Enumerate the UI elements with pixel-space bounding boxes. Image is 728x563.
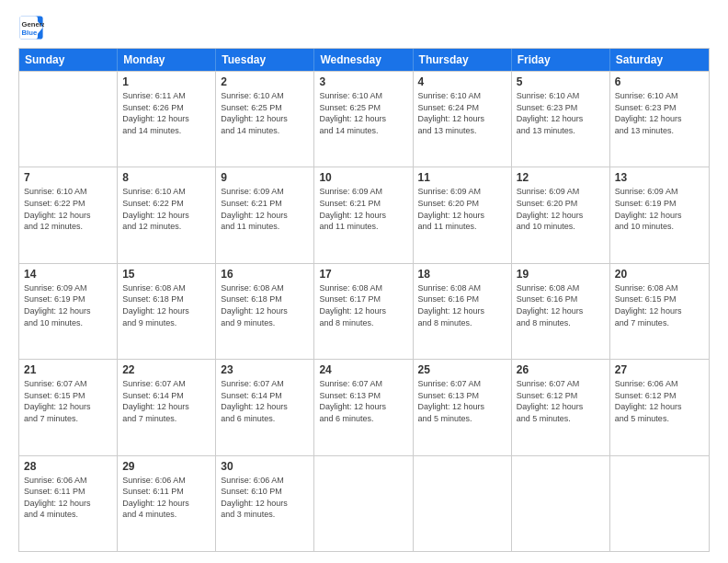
day-number: 5 [517, 75, 605, 88]
calendar-cell-day-14: 14Sunrise: 6:09 AM Sunset: 6:19 PM Dayli… [19, 264, 118, 359]
day-info: Sunrise: 6:09 AM Sunset: 6:21 PM Dayligh… [221, 186, 309, 232]
calendar-cell-day-5: 5Sunrise: 6:10 AM Sunset: 6:23 PM Daylig… [512, 72, 610, 167]
header-day-thursday: Thursday [414, 49, 512, 71]
header: General Blue [18, 15, 710, 40]
day-number: 22 [122, 363, 210, 376]
day-info: Sunrise: 6:07 AM Sunset: 6:14 PM Dayligh… [122, 378, 210, 424]
day-info: Sunrise: 6:09 AM Sunset: 6:20 PM Dayligh… [418, 186, 506, 232]
calendar-cell-empty [414, 456, 512, 551]
calendar-body: 1Sunrise: 6:11 AM Sunset: 6:26 PM Daylig… [19, 71, 709, 551]
day-number: 17 [319, 268, 407, 281]
page: General Blue SundayMondayTuesdayWednesda… [0, 0, 728, 563]
calendar-cell-empty [512, 456, 610, 551]
day-info: Sunrise: 6:06 AM Sunset: 6:11 PM Dayligh… [24, 475, 112, 521]
calendar-cell-day-12: 12Sunrise: 6:09 AM Sunset: 6:20 PM Dayli… [512, 167, 610, 262]
day-info: Sunrise: 6:06 AM Sunset: 6:10 PM Dayligh… [221, 475, 309, 521]
day-number: 29 [122, 460, 210, 473]
day-number: 14 [24, 268, 112, 281]
day-info: Sunrise: 6:10 AM Sunset: 6:23 PM Dayligh… [615, 90, 704, 136]
day-number: 26 [517, 363, 605, 376]
day-info: Sunrise: 6:07 AM Sunset: 6:15 PM Dayligh… [24, 378, 112, 424]
calendar-cell-day-17: 17Sunrise: 6:08 AM Sunset: 6:17 PM Dayli… [314, 264, 413, 359]
day-info: Sunrise: 6:08 AM Sunset: 6:16 PM Dayligh… [418, 282, 506, 328]
day-number: 25 [418, 363, 506, 376]
day-info: Sunrise: 6:08 AM Sunset: 6:17 PM Dayligh… [319, 282, 407, 328]
day-info: Sunrise: 6:07 AM Sunset: 6:13 PM Dayligh… [319, 378, 407, 424]
calendar-cell-day-6: 6Sunrise: 6:10 AM Sunset: 6:23 PM Daylig… [610, 72, 709, 167]
day-number: 10 [319, 171, 407, 184]
calendar-cell-day-21: 21Sunrise: 6:07 AM Sunset: 6:15 PM Dayli… [19, 360, 118, 454]
calendar-cell-day-29: 29Sunrise: 6:06 AM Sunset: 6:11 PM Dayli… [118, 456, 216, 551]
header-day-sunday: Sunday [19, 49, 118, 71]
day-info: Sunrise: 6:10 AM Sunset: 6:24 PM Dayligh… [418, 90, 506, 136]
day-number: 12 [517, 171, 605, 184]
day-info: Sunrise: 6:08 AM Sunset: 6:16 PM Dayligh… [517, 282, 605, 328]
calendar-cell-day-16: 16Sunrise: 6:08 AM Sunset: 6:18 PM Dayli… [216, 264, 314, 359]
day-number: 21 [24, 363, 112, 376]
day-number: 23 [221, 363, 309, 376]
svg-text:General: General [22, 20, 45, 29]
svg-text:Blue: Blue [22, 29, 38, 37]
calendar-cell-day-22: 22Sunrise: 6:07 AM Sunset: 6:14 PM Dayli… [118, 360, 216, 454]
day-number: 19 [517, 268, 605, 281]
calendar-row-2: 14Sunrise: 6:09 AM Sunset: 6:19 PM Dayli… [19, 263, 709, 359]
calendar-cell-empty [314, 456, 413, 551]
day-number: 6 [615, 75, 704, 88]
header-day-tuesday: Tuesday [216, 49, 314, 71]
day-number: 27 [615, 363, 704, 376]
calendar-cell-day-3: 3Sunrise: 6:10 AM Sunset: 6:25 PM Daylig… [314, 72, 413, 167]
calendar-row-4: 28Sunrise: 6:06 AM Sunset: 6:11 PM Dayli… [19, 455, 709, 551]
day-number: 1 [122, 75, 210, 88]
day-info: Sunrise: 6:06 AM Sunset: 6:12 PM Dayligh… [615, 378, 704, 424]
calendar-header: SundayMondayTuesdayWednesdayThursdayFrid… [19, 49, 709, 71]
day-number: 15 [122, 268, 210, 281]
calendar-cell-day-8: 8Sunrise: 6:10 AM Sunset: 6:22 PM Daylig… [118, 167, 216, 262]
header-day-friday: Friday [512, 49, 610, 71]
day-info: Sunrise: 6:08 AM Sunset: 6:18 PM Dayligh… [221, 282, 309, 328]
day-number: 2 [221, 75, 309, 88]
day-number: 24 [319, 363, 407, 376]
day-info: Sunrise: 6:09 AM Sunset: 6:19 PM Dayligh… [615, 186, 704, 232]
calendar-cell-empty [19, 72, 118, 167]
calendar-cell-day-15: 15Sunrise: 6:08 AM Sunset: 6:18 PM Dayli… [118, 264, 216, 359]
day-info: Sunrise: 6:08 AM Sunset: 6:18 PM Dayligh… [122, 282, 210, 328]
calendar-cell-day-20: 20Sunrise: 6:08 AM Sunset: 6:15 PM Dayli… [610, 264, 709, 359]
calendar-cell-day-27: 27Sunrise: 6:06 AM Sunset: 6:12 PM Dayli… [610, 360, 709, 454]
day-info: Sunrise: 6:10 AM Sunset: 6:25 PM Dayligh… [319, 90, 407, 136]
calendar-cell-day-9: 9Sunrise: 6:09 AM Sunset: 6:21 PM Daylig… [216, 167, 314, 262]
day-info: Sunrise: 6:10 AM Sunset: 6:25 PM Dayligh… [221, 90, 309, 136]
calendar-cell-day-19: 19Sunrise: 6:08 AM Sunset: 6:16 PM Dayli… [512, 264, 610, 359]
logo: General Blue [18, 15, 44, 40]
calendar-cell-day-28: 28Sunrise: 6:06 AM Sunset: 6:11 PM Dayli… [19, 456, 118, 551]
day-number: 13 [615, 171, 704, 184]
calendar-cell-day-30: 30Sunrise: 6:06 AM Sunset: 6:10 PM Dayli… [216, 456, 314, 551]
day-number: 9 [221, 171, 309, 184]
calendar-cell-day-26: 26Sunrise: 6:07 AM Sunset: 6:12 PM Dayli… [512, 360, 610, 454]
day-info: Sunrise: 6:06 AM Sunset: 6:11 PM Dayligh… [122, 475, 210, 521]
day-info: Sunrise: 6:07 AM Sunset: 6:12 PM Dayligh… [517, 378, 605, 424]
day-number: 20 [615, 268, 704, 281]
calendar-cell-empty [610, 456, 709, 551]
day-number: 16 [221, 268, 309, 281]
day-info: Sunrise: 6:10 AM Sunset: 6:23 PM Dayligh… [517, 90, 605, 136]
day-info: Sunrise: 6:09 AM Sunset: 6:21 PM Dayligh… [319, 186, 407, 232]
calendar-cell-day-7: 7Sunrise: 6:10 AM Sunset: 6:22 PM Daylig… [19, 167, 118, 262]
calendar-cell-day-2: 2Sunrise: 6:10 AM Sunset: 6:25 PM Daylig… [216, 72, 314, 167]
calendar-cell-day-23: 23Sunrise: 6:07 AM Sunset: 6:14 PM Dayli… [216, 360, 314, 454]
day-info: Sunrise: 6:08 AM Sunset: 6:15 PM Dayligh… [615, 282, 704, 328]
calendar-cell-day-1: 1Sunrise: 6:11 AM Sunset: 6:26 PM Daylig… [118, 72, 216, 167]
day-number: 3 [319, 75, 407, 88]
day-number: 28 [24, 460, 112, 473]
day-info: Sunrise: 6:11 AM Sunset: 6:26 PM Dayligh… [122, 90, 210, 136]
calendar-cell-day-13: 13Sunrise: 6:09 AM Sunset: 6:19 PM Dayli… [610, 167, 709, 262]
calendar: SundayMondayTuesdayWednesdayThursdayFrid… [18, 48, 710, 552]
calendar-cell-day-18: 18Sunrise: 6:08 AM Sunset: 6:16 PM Dayli… [414, 264, 512, 359]
calendar-cell-day-10: 10Sunrise: 6:09 AM Sunset: 6:21 PM Dayli… [314, 167, 413, 262]
header-day-saturday: Saturday [610, 49, 709, 71]
day-info: Sunrise: 6:07 AM Sunset: 6:13 PM Dayligh… [418, 378, 506, 424]
day-number: 8 [122, 171, 210, 184]
calendar-row-0: 1Sunrise: 6:11 AM Sunset: 6:26 PM Daylig… [19, 71, 709, 167]
calendar-cell-day-25: 25Sunrise: 6:07 AM Sunset: 6:13 PM Dayli… [414, 360, 512, 454]
day-info: Sunrise: 6:09 AM Sunset: 6:19 PM Dayligh… [24, 282, 112, 328]
day-number: 11 [418, 171, 506, 184]
